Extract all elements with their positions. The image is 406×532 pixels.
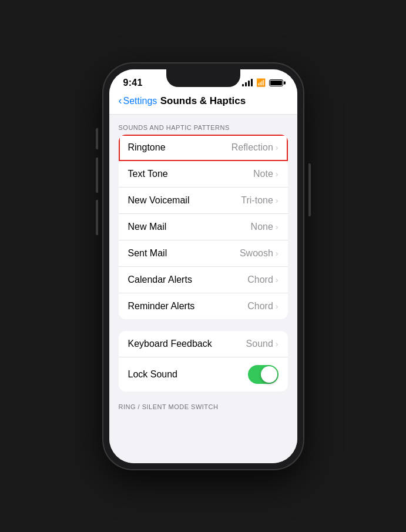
- new-mail-value: None ›: [251, 222, 279, 232]
- ringtone-chevron-icon: ›: [276, 143, 279, 152]
- volume-down-button: [96, 200, 98, 235]
- calendar-alerts-value: Chord ›: [247, 275, 278, 285]
- calendar-alerts-chevron-icon: ›: [276, 275, 279, 285]
- volume-up-button: [96, 158, 98, 193]
- notch: [166, 69, 240, 87]
- new-voicemail-chevron-icon: ›: [276, 196, 279, 205]
- text-tone-label: Text Tone: [128, 169, 168, 179]
- status-time: 9:41: [123, 78, 143, 88]
- sent-mail-row[interactable]: Sent Mail Swoosh ›: [119, 240, 288, 267]
- ringtone-label: Ringtone: [128, 142, 166, 153]
- keyboard-feedback-row[interactable]: Keyboard Feedback Sound ›: [119, 331, 288, 357]
- feedback-group: Keyboard Feedback Sound › Lock Sound: [119, 331, 288, 392]
- keyboard-feedback-chevron-icon: ›: [276, 339, 279, 349]
- text-tone-value: Note ›: [253, 169, 278, 179]
- reminder-alerts-value-text: Chord: [247, 301, 273, 312]
- new-voicemail-row[interactable]: New Voicemail Tri-tone ›: [119, 188, 288, 214]
- wifi-icon: 📶: [256, 78, 266, 87]
- sounds-group: Ringtone Reflection › Text Tone Note ›: [119, 135, 288, 319]
- text-tone-value-text: Note: [253, 169, 273, 179]
- ringtone-value-text: Reflection: [231, 142, 273, 153]
- toggle-knob: [261, 366, 277, 383]
- sent-mail-value-text: Swoosh: [240, 248, 273, 259]
- new-voicemail-value: Tri-tone ›: [241, 195, 278, 206]
- sent-mail-chevron-icon: ›: [276, 249, 279, 258]
- lock-sound-toggle[interactable]: [248, 365, 279, 384]
- reminder-alerts-chevron-icon: ›: [276, 302, 279, 311]
- keyboard-feedback-label: Keyboard Feedback: [128, 339, 212, 349]
- ring-silent-header: RING / SILENT MODE SWITCH: [109, 403, 297, 414]
- new-voicemail-label: New Voicemail: [128, 195, 190, 206]
- text-tone-chevron-icon: ›: [276, 169, 279, 179]
- text-tone-row[interactable]: Text Tone Note ›: [119, 161, 288, 188]
- sent-mail-label: Sent Mail: [128, 248, 167, 259]
- status-bar: 9:41 📶: [109, 69, 297, 91]
- keyboard-feedback-value-text: Sound: [246, 339, 273, 349]
- status-icons: 📶: [242, 78, 283, 87]
- new-mail-value-text: None: [251, 222, 273, 232]
- reminder-alerts-value: Chord ›: [247, 301, 278, 312]
- calendar-alerts-value-text: Chord: [247, 275, 273, 285]
- lock-sound-label: Lock Sound: [128, 369, 178, 380]
- keyboard-feedback-value: Sound ›: [246, 339, 279, 349]
- battery-icon: [269, 79, 283, 86]
- sent-mail-value: Swoosh ›: [240, 248, 279, 259]
- ringtone-value: Reflection ›: [231, 142, 279, 153]
- reminder-alerts-label: Reminder Alerts: [128, 301, 195, 312]
- power-button: [308, 163, 311, 216]
- phone-screen: 9:41 📶 ‹ Settings Sounds & Haptics: [109, 69, 297, 463]
- reminder-alerts-row[interactable]: Reminder Alerts Chord ›: [119, 293, 288, 319]
- new-mail-row[interactable]: New Mail None ›: [119, 214, 288, 240]
- new-mail-chevron-icon: ›: [276, 222, 279, 232]
- back-button-label: Settings: [123, 96, 157, 106]
- page-title: Sounds & Haptics: [160, 95, 246, 107]
- new-voicemail-value-text: Tri-tone: [241, 195, 273, 206]
- calendar-alerts-label: Calendar Alerts: [128, 275, 192, 285]
- signal-icon: [242, 79, 253, 86]
- phone-frame: 9:41 📶 ‹ Settings Sounds & Haptics: [103, 63, 303, 469]
- back-button[interactable]: ‹ Settings: [119, 95, 157, 107]
- navigation-header: ‹ Settings Sounds & Haptics: [109, 91, 297, 115]
- lock-sound-row[interactable]: Lock Sound: [119, 357, 288, 392]
- calendar-alerts-row[interactable]: Calendar Alerts Chord ›: [119, 267, 288, 293]
- silent-switch: [96, 128, 98, 149]
- new-mail-label: New Mail: [128, 222, 167, 232]
- settings-content: SOUNDS AND HAPTIC PATTERNS Ringtone Refl…: [109, 115, 297, 463]
- ringtone-row[interactable]: Ringtone Reflection ›: [119, 135, 288, 161]
- sounds-section-header: SOUNDS AND HAPTIC PATTERNS: [109, 115, 297, 135]
- back-chevron-icon: ‹: [119, 95, 122, 107]
